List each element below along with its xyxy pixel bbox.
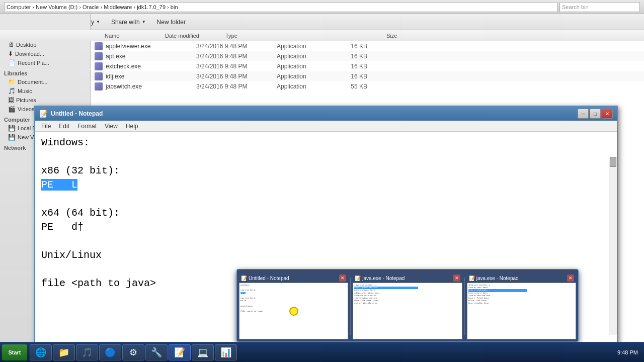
- file-icon: [95, 72, 103, 80]
- menu-file[interactable]: File: [37, 122, 55, 131]
- line-blank1: [41, 150, 611, 164]
- thumb-divider-1: [350, 278, 351, 335]
- file-name: appletviewer.exe: [106, 43, 196, 50]
- sidebar-documents-label: Document...: [18, 79, 47, 85]
- sidebar-item-music[interactable]: 🎵 Music: [0, 86, 90, 96]
- thumb-close-btn-3[interactable]: ✕: [567, 275, 574, 282]
- app2-icon: 🔧: [151, 347, 162, 358]
- table-row[interactable]: apt.exe 3/24/2016 9:48 PM Application 16…: [91, 51, 644, 61]
- sidebar-item-desktop[interactable]: 🖥 Desktop: [0, 40, 90, 49]
- taskbar-btn-app3[interactable]: 💻: [192, 344, 214, 360]
- thumb-item-java2: 📝 java.exe - Notepad ✕ java.exe content …: [467, 274, 576, 339]
- file-date: 3/24/2016 9:48 PM: [196, 53, 277, 60]
- col-size[interactable]: Size: [382, 33, 443, 39]
- file-size: 16 KB: [327, 63, 367, 70]
- table-row[interactable]: idlj.exe 3/24/2016 9:48 PM Application 1…: [91, 71, 644, 81]
- thumb-title-2: java.exe - Notepad: [362, 276, 405, 281]
- taskbar-btn-app2[interactable]: 🔧: [145, 344, 168, 360]
- share-arrow-icon: ▼: [142, 20, 146, 24]
- menu-edit[interactable]: Edit: [55, 122, 73, 131]
- thumb-preview-1[interactable]: Windows: x86 (32 bit): PE L x64 (64 bit)…: [239, 283, 348, 339]
- app1-icon: ⚙: [129, 347, 137, 358]
- address-bar[interactable]: Computer › New Volume (D:) › Oracle › Mi…: [4, 2, 557, 12]
- sidebar-videos-label: Videos: [18, 106, 34, 112]
- scrollbar-thumb[interactable]: [610, 157, 616, 167]
- media-icon: 🎵: [82, 347, 93, 358]
- sidebar-item-recent[interactable]: 📄 Recent Pla...: [0, 58, 90, 67]
- folder-icon: 📁: [58, 347, 69, 358]
- thumb-close-btn-2[interactable]: ✕: [453, 275, 460, 282]
- thumb-content-2: java.exe content... highlighted section …: [353, 283, 461, 306]
- line-blank3: [41, 234, 611, 248]
- taskbar-btn-notepad[interactable]: 📝: [169, 344, 191, 360]
- taskbar-btn-app1[interactable]: ⚙: [122, 344, 144, 360]
- col-date[interactable]: Date modified: [161, 33, 221, 39]
- file-type: Application: [277, 53, 327, 60]
- maximize-button[interactable]: □: [590, 109, 601, 119]
- file-size: 16 KB: [327, 43, 367, 50]
- file-type: Application: [277, 43, 327, 50]
- taskbar-btn-media[interactable]: 🎵: [76, 344, 98, 360]
- window-controls: ─ □ ✕: [578, 109, 613, 119]
- vertical-scrollbar[interactable]: [609, 157, 617, 335]
- file-type: Application: [277, 83, 327, 90]
- downloads-icon: ⬇: [8, 50, 13, 57]
- col-name[interactable]: Name: [101, 33, 161, 39]
- taskbar-btn-ie[interactable]: 🌐: [30, 344, 52, 360]
- videos-icon: 🎬: [8, 106, 16, 113]
- thumb-highlight-1: PE L: [240, 292, 246, 294]
- menu-help[interactable]: Help: [122, 122, 142, 131]
- include-arrow-icon: ▼: [96, 20, 100, 24]
- app3-icon: 💻: [197, 347, 208, 358]
- file-name: apt.exe: [106, 53, 196, 60]
- thumb-header-1: 📝 Untitled - Notepad ✕: [239, 274, 348, 283]
- thumb-title-3: java.exe - Notepad: [476, 276, 519, 281]
- notepad-menubar: File Edit Format View Help: [35, 121, 617, 132]
- taskbar-btn-folder[interactable]: 📁: [53, 344, 75, 360]
- new-volume-icon: 💾: [8, 134, 16, 141]
- thumb-preview-2[interactable]: java.exe content... highlighted section …: [353, 283, 462, 339]
- close-button[interactable]: ✕: [602, 109, 613, 119]
- table-row[interactable]: jabswitch.exe 3/24/2016 9:48 PM Applicat…: [91, 81, 644, 92]
- new-folder-label: New folder: [157, 19, 186, 26]
- sidebar-item-documents[interactable]: 📁 Document...: [0, 77, 90, 86]
- ie-icon: 🌐: [35, 347, 46, 358]
- thumb-divider-2: [464, 278, 465, 335]
- sidebar-item-pictures[interactable]: 🖼 Pictures: [0, 96, 90, 105]
- sidebar-item-downloads[interactable]: ⬇ Download...: [0, 49, 90, 58]
- sidebar-recent-label: Recent Pla...: [18, 60, 49, 66]
- col-type[interactable]: Type: [221, 33, 282, 39]
- file-icon: [95, 42, 103, 50]
- documents-icon: 📁: [8, 78, 16, 85]
- thumb-preview-3[interactable]: java.exe content A line B text data line…: [467, 283, 576, 339]
- line-x64: x64 (64 bit):: [41, 206, 611, 220]
- start-button[interactable]: Start: [2, 344, 27, 360]
- share-with-button[interactable]: Share with ▼: [107, 17, 150, 28]
- thumb-close-btn-1[interactable]: ✕: [339, 275, 346, 282]
- taskbar-btn-app4[interactable]: 📊: [215, 344, 237, 360]
- file-name: idlj.exe: [106, 73, 196, 80]
- new-folder-button[interactable]: New folder: [152, 17, 190, 28]
- systray-time: 9:48 PM: [617, 349, 638, 355]
- menu-format[interactable]: Format: [73, 122, 101, 131]
- minimize-button[interactable]: ─: [578, 109, 589, 119]
- taskbar-btn-browser[interactable]: 🔵: [99, 344, 121, 360]
- file-name: jabswitch.exe: [106, 83, 196, 90]
- table-row[interactable]: appletviewer.exe 3/24/2016 9:48 PM Appli…: [91, 41, 644, 51]
- sidebar-desktop-label: Desktop: [16, 42, 36, 48]
- file-type: Application: [277, 63, 327, 70]
- thumb-notepad-icon-2: 📝: [355, 276, 361, 281]
- file-size: 55 KB: [327, 83, 367, 90]
- line-pe-l: PE L: [41, 178, 611, 192]
- file-icon: [95, 52, 103, 60]
- search-placeholder: Search bin: [562, 4, 589, 10]
- file-type: Application: [277, 73, 327, 80]
- menu-view[interactable]: View: [101, 122, 122, 131]
- cursor-indicator: [289, 307, 298, 316]
- file-name: extcheck.exe: [106, 63, 196, 70]
- table-row[interactable]: extcheck.exe 3/24/2016 9:48 PM Applicati…: [91, 61, 644, 71]
- notepad-app-icon: 📝: [39, 110, 48, 118]
- libraries-title: Libraries: [0, 69, 90, 77]
- search-bar[interactable]: Search bin: [559, 2, 640, 12]
- notepad-titlebar[interactable]: 📝 Untitled - Notepad ─ □ ✕: [35, 107, 617, 121]
